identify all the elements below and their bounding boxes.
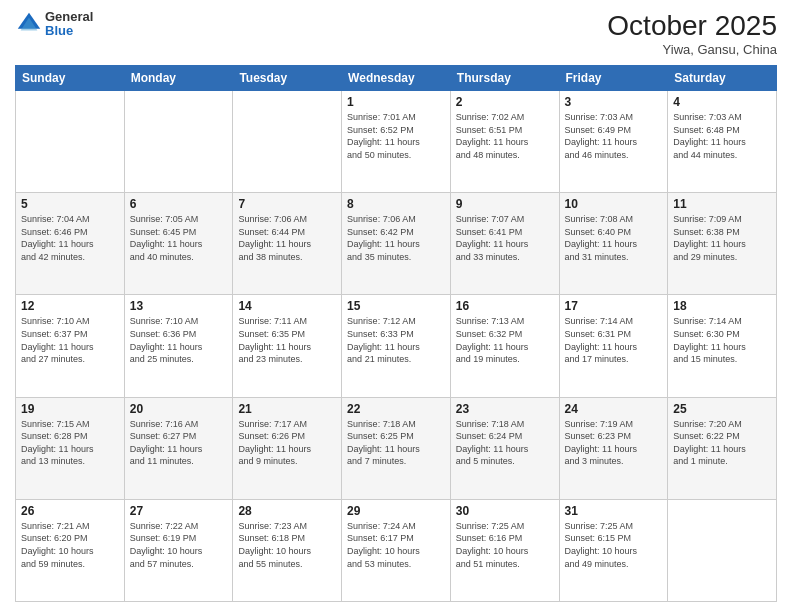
day-number: 10 (565, 197, 663, 211)
day-cell (16, 91, 125, 193)
calendar-table: Sunday Monday Tuesday Wednesday Thursday… (15, 65, 777, 602)
day-number: 23 (456, 402, 554, 416)
day-info: Sunrise: 7:01 AM Sunset: 6:52 PM Dayligh… (347, 111, 445, 161)
day-cell: 18Sunrise: 7:14 AM Sunset: 6:30 PM Dayli… (668, 295, 777, 397)
day-cell: 20Sunrise: 7:16 AM Sunset: 6:27 PM Dayli… (124, 397, 233, 499)
day-info: Sunrise: 7:02 AM Sunset: 6:51 PM Dayligh… (456, 111, 554, 161)
day-cell: 24Sunrise: 7:19 AM Sunset: 6:23 PM Dayli… (559, 397, 668, 499)
day-info: Sunrise: 7:13 AM Sunset: 6:32 PM Dayligh… (456, 315, 554, 365)
day-cell: 8Sunrise: 7:06 AM Sunset: 6:42 PM Daylig… (342, 193, 451, 295)
week-row-4: 19Sunrise: 7:15 AM Sunset: 6:28 PM Dayli… (16, 397, 777, 499)
day-cell: 26Sunrise: 7:21 AM Sunset: 6:20 PM Dayli… (16, 499, 125, 601)
day-cell (668, 499, 777, 601)
day-number: 26 (21, 504, 119, 518)
day-cell (124, 91, 233, 193)
day-cell: 1Sunrise: 7:01 AM Sunset: 6:52 PM Daylig… (342, 91, 451, 193)
day-info: Sunrise: 7:10 AM Sunset: 6:37 PM Dayligh… (21, 315, 119, 365)
col-saturday: Saturday (668, 66, 777, 91)
week-row-5: 26Sunrise: 7:21 AM Sunset: 6:20 PM Dayli… (16, 499, 777, 601)
day-number: 1 (347, 95, 445, 109)
col-wednesday: Wednesday (342, 66, 451, 91)
day-info: Sunrise: 7:24 AM Sunset: 6:17 PM Dayligh… (347, 520, 445, 570)
day-info: Sunrise: 7:15 AM Sunset: 6:28 PM Dayligh… (21, 418, 119, 468)
day-info: Sunrise: 7:14 AM Sunset: 6:31 PM Dayligh… (565, 315, 663, 365)
day-cell: 19Sunrise: 7:15 AM Sunset: 6:28 PM Dayli… (16, 397, 125, 499)
day-number: 11 (673, 197, 771, 211)
day-cell: 9Sunrise: 7:07 AM Sunset: 6:41 PM Daylig… (450, 193, 559, 295)
day-cell: 14Sunrise: 7:11 AM Sunset: 6:35 PM Dayli… (233, 295, 342, 397)
day-cell: 5Sunrise: 7:04 AM Sunset: 6:46 PM Daylig… (16, 193, 125, 295)
day-cell: 17Sunrise: 7:14 AM Sunset: 6:31 PM Dayli… (559, 295, 668, 397)
day-cell: 27Sunrise: 7:22 AM Sunset: 6:19 PM Dayli… (124, 499, 233, 601)
day-cell: 22Sunrise: 7:18 AM Sunset: 6:25 PM Dayli… (342, 397, 451, 499)
day-info: Sunrise: 7:12 AM Sunset: 6:33 PM Dayligh… (347, 315, 445, 365)
day-cell: 31Sunrise: 7:25 AM Sunset: 6:15 PM Dayli… (559, 499, 668, 601)
week-row-3: 12Sunrise: 7:10 AM Sunset: 6:37 PM Dayli… (16, 295, 777, 397)
day-number: 25 (673, 402, 771, 416)
day-cell (233, 91, 342, 193)
logo-icon (15, 10, 43, 38)
day-cell: 10Sunrise: 7:08 AM Sunset: 6:40 PM Dayli… (559, 193, 668, 295)
day-cell: 28Sunrise: 7:23 AM Sunset: 6:18 PM Dayli… (233, 499, 342, 601)
day-number: 12 (21, 299, 119, 313)
day-cell: 23Sunrise: 7:18 AM Sunset: 6:24 PM Dayli… (450, 397, 559, 499)
day-info: Sunrise: 7:16 AM Sunset: 6:27 PM Dayligh… (130, 418, 228, 468)
week-row-2: 5Sunrise: 7:04 AM Sunset: 6:46 PM Daylig… (16, 193, 777, 295)
week-row-1: 1Sunrise: 7:01 AM Sunset: 6:52 PM Daylig… (16, 91, 777, 193)
day-cell: 6Sunrise: 7:05 AM Sunset: 6:45 PM Daylig… (124, 193, 233, 295)
day-number: 19 (21, 402, 119, 416)
day-info: Sunrise: 7:11 AM Sunset: 6:35 PM Dayligh… (238, 315, 336, 365)
day-cell: 30Sunrise: 7:25 AM Sunset: 6:16 PM Dayli… (450, 499, 559, 601)
day-info: Sunrise: 7:19 AM Sunset: 6:23 PM Dayligh… (565, 418, 663, 468)
day-cell: 15Sunrise: 7:12 AM Sunset: 6:33 PM Dayli… (342, 295, 451, 397)
day-number: 27 (130, 504, 228, 518)
day-cell: 29Sunrise: 7:24 AM Sunset: 6:17 PM Dayli… (342, 499, 451, 601)
title-area: October 2025 Yiwa, Gansu, China (607, 10, 777, 57)
day-number: 7 (238, 197, 336, 211)
day-cell: 4Sunrise: 7:03 AM Sunset: 6:48 PM Daylig… (668, 91, 777, 193)
day-info: Sunrise: 7:08 AM Sunset: 6:40 PM Dayligh… (565, 213, 663, 263)
day-number: 13 (130, 299, 228, 313)
day-info: Sunrise: 7:06 AM Sunset: 6:44 PM Dayligh… (238, 213, 336, 263)
day-cell: 2Sunrise: 7:02 AM Sunset: 6:51 PM Daylig… (450, 91, 559, 193)
logo-text: General Blue (45, 10, 93, 39)
day-cell: 7Sunrise: 7:06 AM Sunset: 6:44 PM Daylig… (233, 193, 342, 295)
day-number: 24 (565, 402, 663, 416)
day-number: 3 (565, 95, 663, 109)
day-info: Sunrise: 7:05 AM Sunset: 6:45 PM Dayligh… (130, 213, 228, 263)
day-cell: 21Sunrise: 7:17 AM Sunset: 6:26 PM Dayli… (233, 397, 342, 499)
col-tuesday: Tuesday (233, 66, 342, 91)
day-info: Sunrise: 7:07 AM Sunset: 6:41 PM Dayligh… (456, 213, 554, 263)
day-number: 29 (347, 504, 445, 518)
logo-general-text: General (45, 10, 93, 24)
day-number: 2 (456, 95, 554, 109)
day-info: Sunrise: 7:03 AM Sunset: 6:48 PM Dayligh… (673, 111, 771, 161)
day-info: Sunrise: 7:23 AM Sunset: 6:18 PM Dayligh… (238, 520, 336, 570)
day-number: 14 (238, 299, 336, 313)
col-friday: Friday (559, 66, 668, 91)
day-number: 9 (456, 197, 554, 211)
day-info: Sunrise: 7:18 AM Sunset: 6:25 PM Dayligh… (347, 418, 445, 468)
day-cell: 13Sunrise: 7:10 AM Sunset: 6:36 PM Dayli… (124, 295, 233, 397)
day-number: 8 (347, 197, 445, 211)
col-monday: Monday (124, 66, 233, 91)
day-number: 28 (238, 504, 336, 518)
day-info: Sunrise: 7:25 AM Sunset: 6:15 PM Dayligh… (565, 520, 663, 570)
day-cell: 12Sunrise: 7:10 AM Sunset: 6:37 PM Dayli… (16, 295, 125, 397)
day-number: 5 (21, 197, 119, 211)
day-cell: 3Sunrise: 7:03 AM Sunset: 6:49 PM Daylig… (559, 91, 668, 193)
logo-blue-text: Blue (45, 24, 93, 38)
day-cell: 11Sunrise: 7:09 AM Sunset: 6:38 PM Dayli… (668, 193, 777, 295)
day-number: 17 (565, 299, 663, 313)
day-info: Sunrise: 7:21 AM Sunset: 6:20 PM Dayligh… (21, 520, 119, 570)
day-cell: 16Sunrise: 7:13 AM Sunset: 6:32 PM Dayli… (450, 295, 559, 397)
day-info: Sunrise: 7:18 AM Sunset: 6:24 PM Dayligh… (456, 418, 554, 468)
day-info: Sunrise: 7:10 AM Sunset: 6:36 PM Dayligh… (130, 315, 228, 365)
day-info: Sunrise: 7:25 AM Sunset: 6:16 PM Dayligh… (456, 520, 554, 570)
day-number: 6 (130, 197, 228, 211)
day-number: 30 (456, 504, 554, 518)
day-number: 18 (673, 299, 771, 313)
logo: General Blue (15, 10, 93, 39)
page: General Blue October 2025 Yiwa, Gansu, C… (0, 0, 792, 612)
location: Yiwa, Gansu, China (607, 42, 777, 57)
